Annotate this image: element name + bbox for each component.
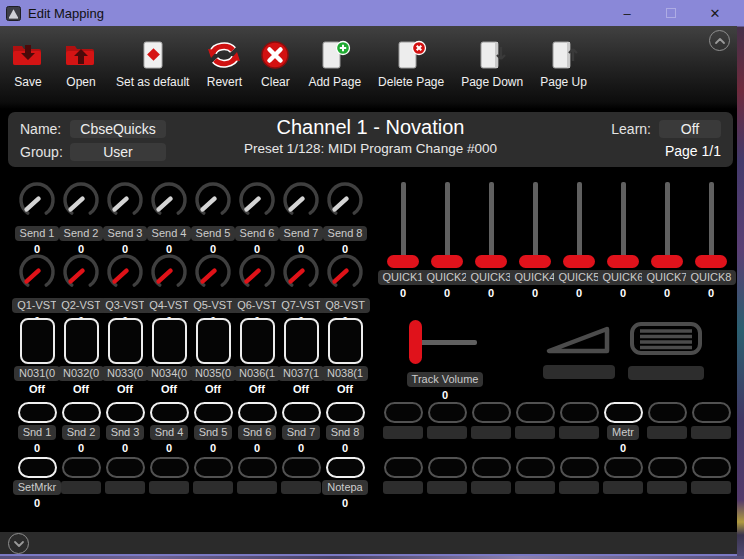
pill-button[interactable] [194, 457, 233, 478]
knob-q7-vst[interactable] [281, 252, 321, 296]
pill-button[interactable] [472, 457, 511, 478]
pill-button[interactable] [150, 457, 189, 478]
slider-handle[interactable] [651, 255, 683, 268]
pill-button[interactable] [604, 457, 643, 478]
slider-handle[interactable] [519, 255, 551, 268]
pill-button[interactable] [282, 402, 321, 423]
close-button[interactable]: ✕ [693, 0, 737, 26]
knob-q2-vst[interactable] [61, 252, 101, 296]
toolbar-add-page-button[interactable]: Add Page [308, 38, 361, 89]
slider-handle[interactable] [475, 255, 507, 268]
pill-button[interactable] [428, 402, 467, 423]
pill-button[interactable] [648, 457, 687, 478]
knob-send-6[interactable] [237, 180, 277, 224]
slider-handle[interactable] [431, 255, 463, 268]
note-pad-button[interactable] [20, 318, 55, 364]
slider-quick2[interactable] [425, 180, 469, 268]
knob-q1-vst[interactable] [17, 252, 57, 296]
pill-button[interactable] [150, 402, 189, 423]
pill-cell: Snd 70 [279, 402, 323, 454]
slider-quick3[interactable] [469, 180, 513, 268]
toolbar-page-up-button[interactable]: Page Up [540, 38, 587, 89]
knob-send-4[interactable] [149, 180, 189, 224]
toolbar-set-default-button[interactable]: Set as default [116, 38, 189, 89]
knob-q6-vst[interactable] [237, 252, 277, 296]
knob-send-7[interactable] [281, 180, 321, 224]
expression-control[interactable] [543, 322, 615, 379]
collapse-toolbar-button[interactable] [709, 30, 730, 51]
slider-quick8[interactable] [689, 180, 733, 268]
knob-send-3[interactable] [105, 180, 145, 224]
pill-button[interactable] [282, 457, 321, 478]
knob-q3-vst[interactable] [105, 252, 145, 296]
pill-button[interactable] [18, 457, 57, 478]
knob-q5-vst[interactable] [193, 252, 233, 296]
pill-button[interactable] [516, 457, 555, 478]
pill-button[interactable] [62, 457, 101, 478]
control-label: Snd 1 [18, 425, 57, 440]
minimize-button[interactable]: – [605, 0, 649, 26]
note-pad-button[interactable] [196, 318, 231, 364]
group-input[interactable]: User [70, 143, 166, 161]
expand-bottom-button[interactable] [8, 533, 29, 554]
note-pad-button[interactable] [240, 318, 275, 364]
maximize-button[interactable] [649, 0, 693, 26]
pill-button[interactable] [238, 457, 277, 478]
knob-send-8[interactable] [325, 180, 365, 224]
knob-q8-vst[interactable] [325, 252, 365, 296]
empty-label-pill [427, 426, 467, 439]
slider-quick4[interactable] [513, 180, 557, 268]
pill-button[interactable] [194, 402, 233, 423]
learn-toggle[interactable]: Off [659, 120, 721, 138]
note-pad-button[interactable] [284, 318, 319, 364]
lines-panel-control[interactable] [628, 320, 704, 380]
knob-send-1[interactable] [17, 180, 57, 224]
pill-button[interactable] [326, 457, 365, 478]
knob-send-5[interactable] [193, 180, 233, 224]
pill-button[interactable] [560, 402, 599, 423]
pill-button[interactable] [560, 457, 599, 478]
metr-button-row: Metr0 [381, 402, 733, 454]
pill-button[interactable] [106, 402, 145, 423]
pill-button[interactable] [648, 402, 687, 423]
pill-button[interactable] [106, 457, 145, 478]
pill-button[interactable] [384, 402, 423, 423]
pill-button[interactable] [18, 402, 57, 423]
pill-button[interactable] [692, 457, 731, 478]
slider-quick6[interactable] [601, 180, 645, 268]
toolbar-page-down-button[interactable]: Page Down [461, 38, 523, 89]
note-pad-button[interactable] [152, 318, 187, 364]
pill-button[interactable] [604, 402, 643, 423]
toolbar-open-button[interactable]: Open [63, 38, 99, 89]
note-pad-button[interactable] [64, 318, 99, 364]
knob-q4-vst[interactable] [149, 252, 189, 296]
knob-send-2[interactable] [61, 180, 101, 224]
control-label: Snd 4 [150, 425, 189, 440]
note-pad-button[interactable] [108, 318, 143, 364]
slider-handle[interactable] [563, 255, 595, 268]
pill-button[interactable] [472, 402, 511, 423]
toolbar-label: Add Page [308, 75, 361, 89]
note-pad-button[interactable] [328, 318, 363, 364]
pill-button[interactable] [238, 402, 277, 423]
slider-handle[interactable] [607, 255, 639, 268]
pill-button[interactable] [692, 402, 731, 423]
toolbar-clear-button[interactable]: Clear [259, 38, 291, 89]
track-volume-slider[interactable] [401, 320, 489, 368]
slider-quick7[interactable] [645, 180, 689, 268]
slider-quick5[interactable] [557, 180, 601, 268]
pill-button[interactable] [62, 402, 101, 423]
toolbar-revert-button[interactable]: Revert [206, 38, 242, 89]
pill-button[interactable] [384, 457, 423, 478]
slider-handle[interactable] [409, 320, 422, 364]
pill-button[interactable] [516, 402, 555, 423]
toolbar-delete-page-button[interactable]: Delete Page [378, 38, 444, 89]
name-input[interactable]: CbseQuicks [70, 120, 166, 138]
slider-handle[interactable] [387, 255, 419, 268]
pill-button[interactable] [428, 457, 467, 478]
slider-handle[interactable] [695, 255, 727, 268]
toolbar-save-button[interactable]: Save [10, 38, 46, 89]
page-up-icon [547, 38, 581, 72]
slider-quick1[interactable] [381, 180, 425, 268]
pill-button[interactable] [326, 402, 365, 423]
